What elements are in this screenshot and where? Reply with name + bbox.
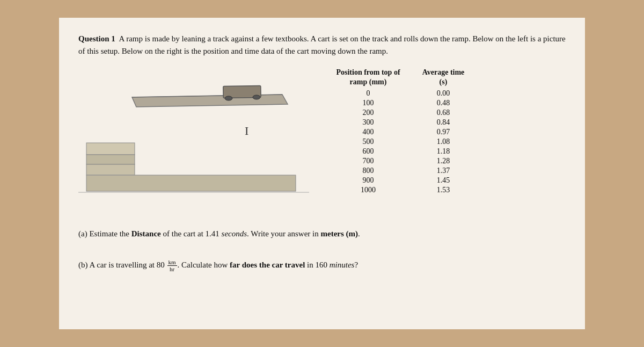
col-time-line2: (s) bbox=[411, 77, 475, 87]
table-row: 9001.45 bbox=[325, 176, 566, 185]
svg-rect-0 bbox=[86, 143, 135, 155]
svg-rect-2 bbox=[86, 164, 135, 175]
svg-rect-8 bbox=[86, 175, 296, 191]
cell-time: 0.84 bbox=[411, 118, 475, 127]
text-cursor: I bbox=[245, 124, 248, 138]
cell-position: 600 bbox=[325, 147, 411, 156]
cell-time: 1.37 bbox=[411, 167, 475, 175]
question-text: Question 1 A ramp is made by leaning a t… bbox=[78, 33, 566, 58]
svg-marker-3 bbox=[132, 95, 288, 107]
col-time-line1: Average time bbox=[411, 68, 475, 77]
part-b: (b) A car is travelling at 80 kmhr. Calc… bbox=[78, 259, 566, 272]
table-row: 5001.08 bbox=[325, 138, 566, 146]
cell-position: 900 bbox=[325, 176, 411, 185]
question-body: A ramp is made by leaning a track agains… bbox=[78, 34, 566, 55]
cell-time: 0.68 bbox=[411, 109, 475, 117]
table-row: 8001.37 bbox=[325, 167, 566, 175]
table-row: 7001.28 bbox=[325, 157, 566, 165]
cell-time: 1.28 bbox=[411, 157, 475, 165]
svg-point-7 bbox=[253, 95, 260, 99]
cell-position: 200 bbox=[325, 109, 411, 117]
table-row: 00.00 bbox=[325, 89, 566, 98]
data-table: Position from top of ramp (mm) Average t… bbox=[314, 68, 566, 196]
cell-time: 0.00 bbox=[411, 89, 475, 98]
cell-time: 1.45 bbox=[411, 176, 475, 185]
table-row: 3000.84 bbox=[325, 118, 566, 127]
cell-time: 1.53 bbox=[411, 186, 475, 194]
col-position-header: Position from top of ramp (mm) bbox=[325, 68, 411, 87]
cell-time: 0.48 bbox=[411, 99, 475, 107]
table-row: 6001.18 bbox=[325, 147, 566, 156]
cell-position: 400 bbox=[325, 128, 411, 136]
part-b-label: (b) A car is travelling at 80 kmhr. Calc… bbox=[78, 261, 358, 269]
col-position-line2: ramp (mm) bbox=[325, 77, 411, 87]
part-a-label: (a) Estimate the Distance of the cart at… bbox=[78, 229, 360, 238]
content-area: I Position from top of ramp (mm) Average… bbox=[78, 68, 566, 218]
col-position-line1: Position from top of bbox=[325, 68, 411, 77]
cell-time: 0.97 bbox=[411, 128, 475, 136]
table-row: 2000.68 bbox=[325, 109, 566, 117]
cell-position: 300 bbox=[325, 118, 411, 127]
table-row: 1000.48 bbox=[325, 99, 566, 107]
cell-position: 500 bbox=[325, 138, 411, 146]
cell-time: 1.18 bbox=[411, 147, 475, 156]
part-a: (a) Estimate the Distance of the cart at… bbox=[78, 228, 566, 240]
svg-point-6 bbox=[225, 96, 232, 100]
data-rows-container: 00.001000.482000.683000.844000.975001.08… bbox=[325, 89, 566, 196]
ramp-illustration: I bbox=[78, 68, 314, 218]
cell-position: 1000 bbox=[325, 186, 411, 194]
question-number: Question 1 bbox=[78, 34, 115, 43]
cell-position: 800 bbox=[325, 167, 411, 175]
cell-position: 700 bbox=[325, 157, 411, 165]
ramp-svg bbox=[78, 68, 309, 213]
table-row: 10001.53 bbox=[325, 186, 566, 194]
cell-position: 0 bbox=[325, 89, 411, 98]
cell-time: 1.08 bbox=[411, 138, 475, 146]
col-time-header: Average time (s) bbox=[411, 68, 475, 87]
table-header: Position from top of ramp (mm) Average t… bbox=[325, 68, 566, 87]
svg-rect-1 bbox=[86, 155, 135, 164]
cell-position: 100 bbox=[325, 99, 411, 107]
main-page: Question 1 A ramp is made by leaning a t… bbox=[59, 18, 585, 329]
table-row: 4000.97 bbox=[325, 128, 566, 136]
